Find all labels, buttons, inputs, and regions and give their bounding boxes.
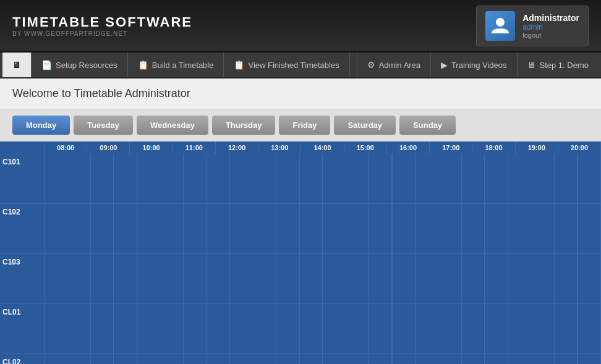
cell-cl01-5[interactable] [276, 304, 323, 353]
room-label-cl02: CL02 [0, 354, 45, 364]
cell-cl01-7[interactable] [369, 304, 416, 353]
day-tab-monday[interactable]: Monday [12, 116, 70, 135]
demo-icon: 🖥 [527, 60, 536, 70]
cell-c102-6[interactable] [323, 204, 369, 253]
cell-c103-5[interactable] [276, 254, 323, 303]
cell-cl02-11[interactable] [555, 354, 601, 364]
cell-c103-10[interactable] [508, 254, 555, 303]
cell-c102-11[interactable] [555, 204, 601, 253]
cell-cl02-3[interactable] [184, 354, 230, 364]
cell-cl02-9[interactable] [462, 354, 508, 364]
cell-c102-4[interactable] [230, 204, 276, 253]
cell-cl02-10[interactable] [508, 354, 555, 364]
time-cells-cl02[interactable] [45, 354, 601, 364]
day-tab-saturday[interactable]: Saturday [334, 116, 396, 135]
day-tabs: Monday Tuesday Wednesday Thursday Friday… [0, 109, 601, 142]
app-subtitle: BY WWW.GEOFFPARTRIDGE.NET [12, 30, 192, 37]
cell-c102-10[interactable] [508, 204, 555, 253]
cell-cl02-8[interactable] [416, 354, 462, 364]
time-cells-c101[interactable] [45, 154, 601, 203]
cell-c102-0[interactable] [45, 204, 91, 253]
day-tab-tuesday[interactable]: Tuesday [74, 116, 133, 135]
cell-cl01-4[interactable] [230, 304, 276, 353]
time-header-1900: 19:00 [516, 142, 558, 154]
cell-c101-8[interactable] [416, 154, 462, 203]
cell-cl02-7[interactable] [369, 354, 416, 364]
cell-c102-7[interactable] [369, 204, 416, 253]
cell-c101-6[interactable] [323, 154, 369, 203]
cell-cl01-0[interactable] [45, 304, 91, 353]
time-header-1500: 15:00 [344, 142, 387, 154]
time-header-row: 08:00 09:00 10:00 11:00 12:00 13:00 14:0… [0, 142, 601, 154]
nav-view-label: View Finished Timetables [248, 61, 339, 70]
user-login-link[interactable]: admin [522, 23, 579, 32]
cell-c102-5[interactable] [276, 204, 323, 253]
cell-cl01-11[interactable] [555, 304, 601, 353]
main-content: Welcome to Timetable Administrator Monda… [0, 78, 601, 364]
nav-tab-view[interactable]: 📋 View Finished Timetables [224, 53, 349, 77]
cell-c103-1[interactable] [91, 254, 137, 303]
user-name: Administrator [522, 13, 579, 23]
cell-cl02-6[interactable] [323, 354, 369, 364]
cell-cl01-9[interactable] [462, 304, 508, 353]
document-icon: 📄 [41, 60, 52, 70]
day-tab-thursday[interactable]: Thursday [212, 116, 276, 135]
nav-tab-home[interactable]: 🖥 [2, 53, 32, 77]
nav-tab-setup[interactable]: 📄 Setup Resources [32, 53, 128, 77]
cell-cl01-1[interactable] [91, 304, 137, 353]
cell-c103-11[interactable] [555, 254, 601, 303]
time-cells-c103[interactable] [45, 254, 601, 303]
cell-c101-2[interactable] [137, 154, 184, 203]
room-row-cl01: CL01 [0, 304, 601, 354]
cell-cl01-3[interactable] [184, 304, 230, 353]
cell-c103-8[interactable] [416, 254, 462, 303]
cell-c103-0[interactable] [45, 254, 91, 303]
day-tab-sunday[interactable]: Sunday [399, 116, 456, 135]
day-tab-friday[interactable]: Friday [279, 116, 330, 135]
cell-c101-11[interactable] [555, 154, 601, 203]
cell-c102-2[interactable] [137, 204, 184, 253]
cell-c102-1[interactable] [91, 204, 137, 253]
cell-cl02-5[interactable] [276, 354, 323, 364]
nav-tab-admin[interactable]: ⚙ Admin Area [357, 53, 430, 77]
time-header-1300: 13:00 [258, 142, 301, 154]
cell-c101-7[interactable] [369, 154, 416, 203]
cell-cl02-0[interactable] [45, 354, 91, 364]
cell-cl02-2[interactable] [137, 354, 184, 364]
table-icon: 📋 [138, 60, 148, 70]
cell-c102-3[interactable] [184, 204, 230, 253]
cell-c101-9[interactable] [462, 154, 508, 203]
cell-c101-5[interactable] [276, 154, 323, 203]
timetable-wrapper[interactable]: 08:00 09:00 10:00 11:00 12:00 13:00 14:0… [0, 142, 601, 364]
cell-c101-4[interactable] [230, 154, 276, 203]
nav-tab-videos[interactable]: ▶ Training Videos [430, 53, 517, 77]
cell-cl01-10[interactable] [508, 304, 555, 353]
cell-c101-0[interactable] [45, 154, 91, 203]
cell-c102-9[interactable] [462, 204, 508, 253]
day-tab-wednesday[interactable]: Wednesday [137, 116, 208, 135]
cell-c101-3[interactable] [184, 154, 230, 203]
nav-tab-build[interactable]: 📋 Build a Timetable [128, 53, 224, 77]
cell-c103-3[interactable] [184, 254, 230, 303]
cell-c103-9[interactable] [462, 254, 508, 303]
cell-c102-8[interactable] [416, 204, 462, 253]
cell-cl01-6[interactable] [323, 304, 369, 353]
user-area: Administrator admin logout [476, 6, 589, 46]
cell-c103-6[interactable] [323, 254, 369, 303]
cell-cl01-8[interactable] [416, 304, 462, 353]
cell-c103-2[interactable] [137, 254, 184, 303]
cell-c101-10[interactable] [508, 154, 555, 203]
time-cells-c102[interactable] [45, 204, 601, 253]
nav-setup-label: Setup Resources [56, 61, 117, 70]
cell-c101-1[interactable] [91, 154, 137, 203]
nav-admin-label: Admin Area [379, 61, 420, 70]
time-cells-cl01[interactable] [45, 304, 601, 353]
cell-cl01-2[interactable] [137, 304, 184, 353]
cell-c103-4[interactable] [230, 254, 276, 303]
user-logout-link[interactable]: logout [522, 32, 579, 39]
cell-c103-7[interactable] [369, 254, 416, 303]
nav-tab-demo[interactable]: 🖥 Step 1: Demo [517, 53, 599, 77]
view-icon: 📋 [234, 60, 244, 70]
cell-cl02-4[interactable] [230, 354, 276, 364]
cell-cl02-1[interactable] [91, 354, 137, 364]
